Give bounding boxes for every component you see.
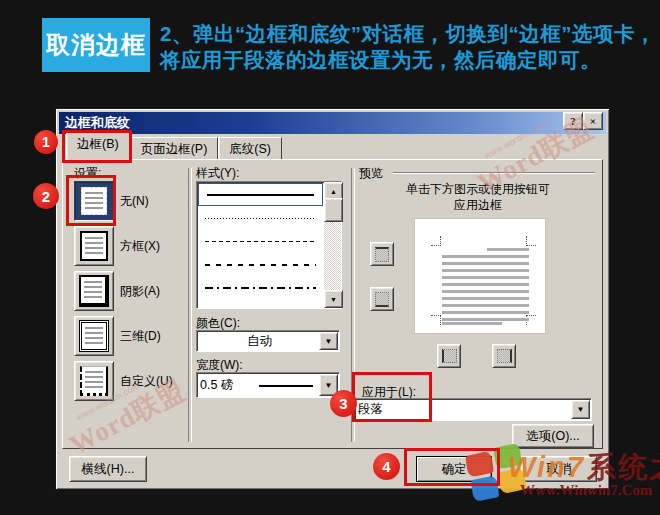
style-item-solid[interactable] xyxy=(198,183,323,206)
column-divider xyxy=(188,168,192,442)
left-border-icon xyxy=(442,349,457,363)
annotation-step-1: 1 xyxy=(34,130,58,154)
right-border-icon xyxy=(497,349,512,363)
style-item-dash-dot[interactable] xyxy=(197,276,324,299)
preview-caption: 单击下方图示或使用按钮可 应用边框 xyxy=(359,181,597,213)
cancel-button[interactable]: 取消 xyxy=(521,456,597,482)
annotation-step-4: 4 xyxy=(373,453,400,480)
borders-and-shading-dialog: 边框和底纹 ? × 边框(B) 页面边框(P) 底纹(S) 设置: 无(N) 方… xyxy=(55,108,610,490)
annotation-step-2: 2 xyxy=(33,183,59,209)
width-line-sample xyxy=(259,385,313,387)
annotation-rect-apply xyxy=(352,372,432,422)
box-setting-icon xyxy=(80,231,108,261)
color-value: 自动 xyxy=(200,331,319,351)
setting-shadow-button[interactable] xyxy=(74,271,114,311)
threed-setting-icon xyxy=(79,320,109,352)
preview-text-line xyxy=(487,248,529,251)
step-instruction-text: 2、弹出“边框和底纹”对话框，切换到“边框”选项卡，将应用于段落的边框设置为无，… xyxy=(160,21,658,73)
close-icon[interactable]: × xyxy=(583,112,603,130)
setting-custom-label: 自定义(U) xyxy=(120,373,173,390)
setting-box-button[interactable] xyxy=(74,226,114,266)
preview-text-lines xyxy=(442,255,529,321)
shadow-setting-icon xyxy=(79,275,109,307)
annotation-rect-tab xyxy=(62,130,132,163)
right-border-button[interactable] xyxy=(492,344,516,368)
preview-diagram[interactable] xyxy=(414,218,546,334)
corner-mark xyxy=(431,315,441,325)
tab-shading[interactable]: 底纹(S) xyxy=(218,137,282,161)
annotation-step-3: 3 xyxy=(330,390,357,417)
help-icon[interactable]: ? xyxy=(563,112,583,130)
style-item-dash-large[interactable] xyxy=(197,253,324,276)
chevron-down-icon[interactable]: ▼ xyxy=(319,332,338,350)
top-border-icon xyxy=(375,247,389,262)
annotation-rect-none xyxy=(66,175,116,226)
scroll-down-icon[interactable]: ▼ xyxy=(324,290,343,308)
setting-3d-button[interactable] xyxy=(74,316,114,356)
horizontal-line-button[interactable]: 横线(H)... xyxy=(69,456,147,482)
tab-page-border[interactable]: 页面边框(P) xyxy=(130,137,219,161)
preview-rule xyxy=(393,172,595,173)
top-border-button[interactable] xyxy=(370,242,394,266)
options-button[interactable]: 选项(O)... xyxy=(512,424,594,448)
width-dropdown[interactable]: 0.5 磅 ▼ xyxy=(196,372,340,398)
bottom-border-button[interactable] xyxy=(370,287,394,311)
scroll-thumb[interactable] xyxy=(324,198,343,222)
dialog-titlebar[interactable]: 边框和底纹 xyxy=(59,112,606,134)
preview-label: 预览 xyxy=(359,165,383,182)
annotation-rect-ok xyxy=(404,448,500,486)
preview-text-line xyxy=(442,322,502,325)
setting-box-label: 方框(X) xyxy=(120,238,160,255)
cancel-border-badge: 取消边框 xyxy=(42,18,150,72)
color-dropdown[interactable]: 自动 ▼ xyxy=(196,330,340,352)
custom-setting-icon xyxy=(80,366,108,396)
style-scrollbar[interactable]: ▲ ▼ xyxy=(324,182,341,308)
setting-custom-button[interactable] xyxy=(74,361,114,401)
bottom-border-icon xyxy=(375,292,389,307)
chevron-down-icon[interactable]: ▼ xyxy=(571,400,590,419)
left-border-button[interactable] xyxy=(437,344,461,368)
screenshot-root: 取消边框 2、弹出“边框和底纹”对话框，切换到“边框”选项卡，将应用于段落的边框… xyxy=(0,0,660,515)
style-item-dotted[interactable] xyxy=(197,207,324,230)
style-listbox[interactable]: ▲ ▼ xyxy=(196,181,342,309)
corner-mark xyxy=(431,236,441,246)
style-label: 样式(Y): xyxy=(196,165,239,182)
setting-none-label: 无(N) xyxy=(120,193,149,210)
setting-3d-label: 三维(D) xyxy=(120,328,161,345)
corner-mark xyxy=(526,236,536,246)
style-item-dash-small[interactable] xyxy=(197,230,324,253)
setting-shadow-label: 阴影(A) xyxy=(120,283,160,300)
